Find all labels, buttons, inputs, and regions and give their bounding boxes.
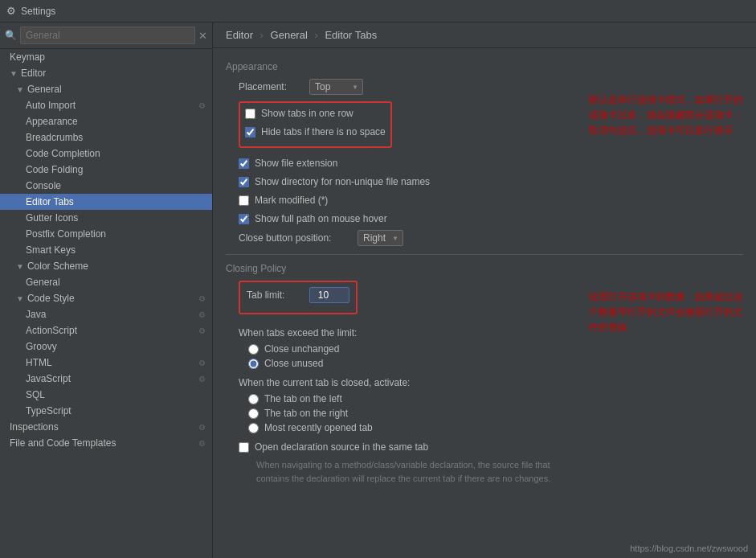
arrow-icon: ▼ — [10, 69, 18, 78]
most-recently-opened-row: Most recently opened tab — [248, 422, 743, 433]
sidebar-item-javascript[interactable]: JavaScript⚙ — [0, 371, 212, 387]
mark-modified-row: Mark modified (*) — [239, 193, 743, 207]
settings-icon: ⚙ — [198, 423, 206, 432]
show-tabs-label[interactable]: Show tabs in one row — [261, 108, 353, 119]
sidebar: 🔍 ✕ Keymap▼Editor▼GeneralAuto Import⚙App… — [0, 23, 213, 558]
sidebar-item-label: Editor Tabs — [26, 196, 74, 207]
close-unchanged-row: Close unchanged — [248, 343, 743, 355]
tab-limit-input[interactable] — [309, 287, 349, 303]
sidebar-item-typescript[interactable]: TypeScript — [0, 403, 212, 419]
clear-icon[interactable]: ✕ — [198, 30, 207, 42]
breadcrumb-sep2: › — [314, 29, 317, 41]
sidebar-item-general[interactable]: ▼General — [0, 81, 212, 97]
title-bar: ⚙ Settings — [0, 0, 756, 23]
sidebar-item-groovy[interactable]: Groovy — [0, 338, 212, 355]
sidebar-item-breadcrumbs[interactable]: Breadcrumbs — [0, 129, 212, 146]
sidebar-item-color-general[interactable]: General — [0, 274, 212, 290]
show-file-ext-label[interactable]: Show file extension — [255, 158, 337, 169]
settings-icon: ⚙ — [198, 294, 206, 303]
show-tabs-checkbox[interactable] — [245, 109, 255, 119]
sidebar-item-label: Inspections — [10, 421, 59, 433]
tab-on-right-radio[interactable] — [248, 408, 259, 419]
annotation-bottom: 设置打开选项卡的数量，如果超过这个数量早打开的文件会被新打开的文件所替换 — [589, 289, 750, 336]
close-button-row: Close button position: Right Left None — [239, 230, 743, 246]
sidebar-item-label: TypeScript — [26, 405, 72, 416]
sidebar-item-code-completion[interactable]: Code Completion — [0, 146, 212, 162]
sidebar-item-smart-keys[interactable]: Smart Keys — [0, 242, 212, 258]
breadcrumb: Editor › General › Editor Tabs — [213, 23, 756, 48]
sidebar-item-label: Java — [26, 309, 46, 320]
close-unchanged-radio[interactable] — [248, 344, 259, 355]
mark-modified-checkbox[interactable] — [239, 195, 249, 206]
show-full-path-checkbox[interactable] — [239, 214, 249, 224]
closing-policy-label: Closing Policy — [226, 263, 743, 274]
hide-tabs-label[interactable]: Hide tabs if there is no space — [261, 126, 386, 137]
open-declaration-label[interactable]: Open declaration source in the same tab — [255, 441, 428, 453]
placement-dropdown[interactable]: Top Bottom Left Right None — [309, 79, 363, 95]
most-recently-opened-label[interactable]: Most recently opened tab — [264, 422, 373, 433]
sidebar-item-label: JavaScript — [26, 373, 71, 384]
close-button-dropdown-wrapper: Right Left None — [358, 230, 403, 246]
most-recently-opened-radio[interactable] — [248, 423, 259, 433]
close-unused-row: Close unused — [248, 358, 743, 369]
watermark: https://blog.csdn.net/zwswood — [630, 544, 748, 553]
close-button-label: Close button position: — [239, 232, 351, 244]
show-file-ext-checkbox[interactable] — [239, 158, 249, 169]
appearance-label: Appearance — [226, 61, 743, 72]
sidebar-item-inspections[interactable]: Inspections⚙ — [0, 419, 212, 435]
sidebar-item-label: Color Scheme — [27, 261, 88, 272]
tab-on-left-label[interactable]: The tab on the left — [264, 393, 342, 404]
show-directory-checkbox[interactable] — [239, 177, 249, 187]
sidebar-item-color-scheme[interactable]: ▼Color Scheme — [0, 258, 212, 274]
sidebar-item-label: Editor — [21, 68, 46, 79]
content-panel: Editor › General › Editor Tabs 默认是单行选项卡模… — [213, 23, 756, 558]
sidebar-item-html[interactable]: HTML⚙ — [0, 355, 212, 371]
search-input[interactable] — [20, 27, 195, 44]
close-unused-radio[interactable] — [248, 359, 259, 369]
gear-icon: ⚙ — [6, 5, 16, 17]
mark-modified-label[interactable]: Mark modified (*) — [255, 195, 328, 206]
sidebar-item-editor[interactable]: ▼Editor — [0, 65, 212, 81]
open-declaration-checkbox[interactable] — [239, 442, 249, 453]
sidebar-item-sql[interactable]: SQL — [0, 387, 212, 403]
placement-dropdown-wrapper: Top Bottom Left Right None — [309, 79, 363, 95]
sidebar-item-label: ActionScript — [26, 325, 77, 336]
content-body: 默认是单行选项卡模式，如果打开的选项卡过多，就会隐藏部分选项卡；取消勾选后，选项… — [213, 48, 756, 558]
sidebar-item-keymap[interactable]: Keymap — [0, 49, 212, 65]
sidebar-item-code-folding[interactable]: Code Folding — [0, 162, 212, 178]
sidebar-item-label: Postfix Completion — [26, 228, 106, 240]
close-unused-label[interactable]: Close unused — [264, 358, 323, 369]
tab-on-left-row: The tab on the left — [248, 393, 743, 404]
sidebar-item-editor-tabs[interactable]: Editor Tabs — [0, 194, 212, 210]
settings-icon: ⚙ — [198, 101, 206, 110]
sidebar-item-postfix-completion[interactable]: Postfix Completion — [0, 226, 212, 242]
settings-icon: ⚙ — [198, 439, 206, 448]
sidebar-item-label: Smart Keys — [26, 244, 76, 256]
tab-on-right-row: The tab on the right — [248, 408, 743, 419]
open-declaration-row: Open declaration source in the same tab — [239, 440, 743, 454]
sidebar-item-java[interactable]: Java⚙ — [0, 306, 212, 322]
sidebar-item-code-style[interactable]: ▼Code Style⚙ — [0, 290, 212, 306]
sidebar-item-actionscript[interactable]: ActionScript⚙ — [0, 322, 212, 338]
sidebar-item-label: Auto Import — [26, 100, 76, 111]
show-tabs-row: Show tabs in one row — [245, 106, 386, 121]
open-declaration-desc: When navigating to a method/class/variab… — [256, 458, 562, 485]
sidebar-item-appearance[interactable]: Appearance — [0, 113, 212, 129]
sidebar-item-console[interactable]: Console — [0, 178, 212, 194]
breadcrumb-editor: Editor — [226, 29, 253, 41]
sidebar-item-file-code-templates[interactable]: File and Code Templates⚙ — [0, 435, 212, 451]
sidebar-item-label: Breadcrumbs — [26, 132, 83, 143]
show-directory-label[interactable]: Show directory for non-unique file names — [255, 176, 430, 187]
close-unchanged-label[interactable]: Close unchanged — [264, 343, 339, 355]
tab-on-left-radio[interactable] — [248, 394, 259, 404]
sidebar-item-label: SQL — [26, 389, 45, 400]
settings-icon: ⚙ — [198, 326, 206, 335]
sidebar-item-auto-import[interactable]: Auto Import⚙ — [0, 97, 212, 113]
sidebar-item-label: General — [27, 84, 62, 95]
hide-tabs-checkbox[interactable] — [245, 127, 255, 137]
close-button-dropdown[interactable]: Right Left None — [358, 230, 403, 246]
sidebar-item-gutter-icons[interactable]: Gutter Icons — [0, 210, 212, 226]
show-full-path-label[interactable]: Show full path on mouse hover — [255, 213, 387, 224]
tab-on-right-label[interactable]: The tab on the right — [264, 408, 348, 419]
arrow-icon: ▼ — [16, 85, 24, 94]
